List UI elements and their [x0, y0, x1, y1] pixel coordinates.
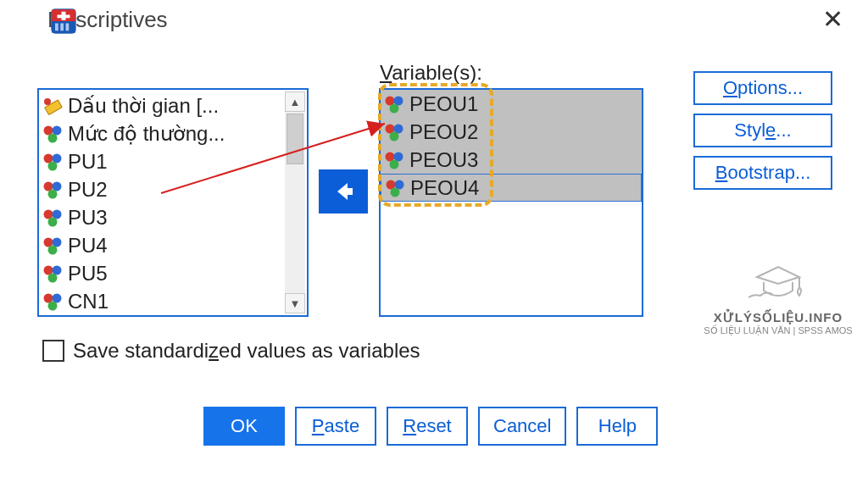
help-button[interactable]: Help — [576, 407, 658, 446]
nominal-icon — [384, 150, 404, 170]
source-item-label: Dấu thời gian [... — [68, 94, 219, 118]
target-variable-list[interactable]: PEOU1PEOU2PEOU3PEOU4 — [379, 88, 643, 317]
nominal-icon — [42, 180, 63, 200]
cancel-button[interactable]: Cancel — [478, 407, 566, 446]
source-variable-list[interactable]: Dấu thời gian [...Mức độ thường...PU1PU2… — [37, 88, 309, 317]
target-item-label: PEOU4 — [410, 176, 479, 200]
target-item[interactable]: PEOU1 — [381, 90, 642, 118]
source-item-label: PU1 — [68, 150, 108, 174]
nominal-icon — [384, 94, 404, 114]
ok-button[interactable]: OK — [203, 407, 285, 446]
source-item-label: PU2 — [68, 178, 108, 202]
target-item-label: PEOU1 — [409, 92, 478, 116]
nominal-icon — [42, 152, 63, 172]
source-item[interactable]: CN1 — [41, 287, 285, 313]
nominal-icon — [42, 236, 63, 256]
svg-rect-10 — [55, 24, 58, 31]
source-item[interactable]: PU1 — [41, 147, 285, 175]
reset-button[interactable]: Reset — [387, 407, 468, 446]
save-standardized-label: Save standardized values as variables — [73, 339, 420, 363]
target-item[interactable]: PEOU3 — [381, 146, 642, 174]
source-item-label: PU3 — [68, 206, 108, 230]
target-item[interactable]: PEOU4 — [381, 174, 642, 202]
scroll-thumb[interactable] — [287, 114, 303, 164]
source-item[interactable]: PU2 — [41, 175, 285, 203]
source-item[interactable]: Mức độ thường... — [41, 119, 285, 147]
nominal-icon — [42, 263, 63, 284]
save-standardized-checkbox[interactable] — [42, 340, 64, 362]
source-item-label: CN1 — [68, 290, 108, 313]
source-item-label: Mức độ thường... — [68, 122, 225, 146]
source-item[interactable]: PU5 — [41, 259, 285, 287]
style-button[interactable]: Style... — [693, 114, 832, 147]
target-item[interactable]: PEOU2 — [381, 118, 642, 146]
target-item-label: PEOU2 — [409, 120, 478, 144]
nominal-icon — [42, 124, 63, 144]
source-item[interactable]: PU4 — [41, 231, 285, 259]
paste-button[interactable]: Paste — [295, 407, 376, 446]
source-item-label: PU5 — [68, 262, 108, 286]
nominal-icon — [384, 122, 404, 142]
close-icon[interactable]: ✕ — [821, 7, 844, 30]
svg-rect-9 — [58, 15, 70, 19]
source-item[interactable]: Dấu thời gian [... — [41, 92, 285, 119]
scrollbar[interactable]: ▲ ▼ — [285, 92, 305, 313]
move-variable-button[interactable] — [319, 169, 368, 214]
source-item-label: PU4 — [68, 234, 108, 258]
nominal-icon — [42, 291, 63, 312]
bootstrap-button[interactable]: Bootstrap... — [693, 156, 832, 190]
nominal-icon — [385, 178, 405, 198]
scale-icon — [42, 96, 63, 116]
scroll-down-button[interactable]: ▼ — [285, 293, 305, 313]
arrow-left-icon — [331, 180, 356, 203]
source-item[interactable]: PU3 — [41, 203, 285, 231]
target-item-label: PEOU3 — [409, 148, 478, 172]
nominal-icon — [42, 208, 63, 228]
app-icon — [51, 8, 76, 34]
svg-rect-12 — [66, 24, 70, 31]
watermark: XỬLÝSỐLIỆU.INFO SỐ LIỆU LUẬN VĂN | SPSS … — [702, 258, 854, 336]
dialog-button-bar: OK Paste Reset Cancel Help — [203, 407, 658, 446]
options-button[interactable]: Options... — [693, 71, 832, 105]
scroll-up-button[interactable]: ▲ — [285, 92, 305, 112]
target-list-label: Variable(s): — [380, 61, 482, 85]
svg-rect-11 — [60, 24, 64, 31]
